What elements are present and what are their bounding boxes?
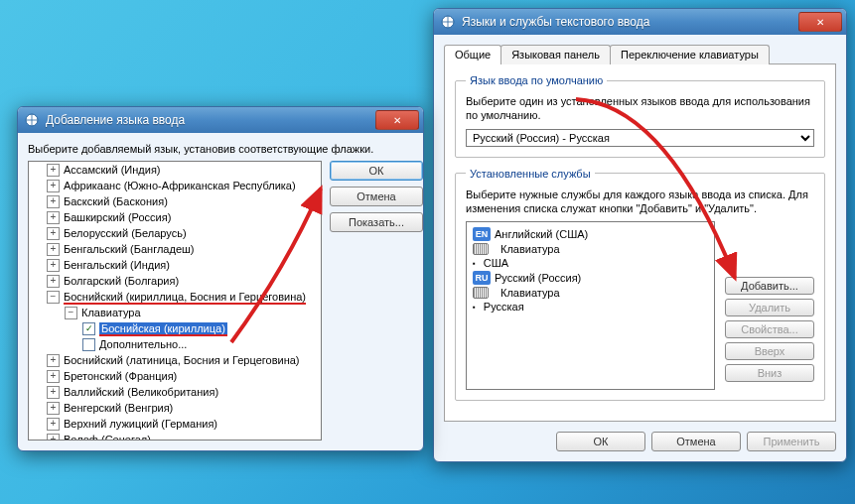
keyboard-globe-icon: [24, 112, 40, 128]
tab-panel-general: Язык ввода по умолчанию Выберите один из…: [444, 63, 836, 422]
expand-icon[interactable]: +: [47, 418, 60, 431]
layout-label: Русская: [484, 301, 524, 313]
tree-item[interactable]: +Башкирский (Россия): [29, 209, 322, 225]
close-button[interactable]: ✕: [798, 12, 842, 32]
language-tree[interactable]: +Ассамский (Индия)+Африкаанс (Южно-Африк…: [28, 161, 322, 441]
text-services-dialog: Языки и службы текстового ввода ✕ Общие …: [433, 8, 847, 462]
properties-button[interactable]: Свойства...: [725, 320, 814, 338]
keyboard-icon: [473, 243, 489, 255]
checkbox[interactable]: [82, 338, 95, 351]
category-label: Клавиатура: [500, 287, 560, 299]
tree-item[interactable]: ✓Боснийская (кириллица): [29, 320, 322, 336]
ok-button[interactable]: ОК: [330, 161, 423, 181]
tree-item[interactable]: +Бретонский (Франция): [29, 368, 322, 384]
expand-icon[interactable]: +: [47, 370, 60, 383]
expand-icon[interactable]: +: [47, 259, 60, 272]
dlg1-titlebar[interactable]: Добавление языка ввода ✕: [18, 107, 423, 133]
installed-services-tree[interactable]: ENАнглийский (США) Клавиатура США RUРусс…: [466, 221, 715, 390]
tree-item[interactable]: +Бенгальский (Индия): [29, 257, 322, 273]
tree-item[interactable]: Дополнительно...: [29, 336, 322, 352]
cancel-button[interactable]: Отмена: [330, 187, 423, 206]
group-legend: Язык ввода по умолчанию: [466, 74, 607, 86]
expand-icon[interactable]: +: [47, 243, 60, 256]
tree-item[interactable]: +Бенгальский (Бангладеш): [29, 241, 322, 257]
tree-item[interactable]: +Боснийский (латиница, Босния и Герцегов…: [29, 352, 322, 368]
category-label: Клавиатура: [500, 243, 560, 255]
expand-icon[interactable]: +: [47, 354, 60, 367]
checkbox[interactable]: ✓: [82, 322, 95, 335]
tree-item[interactable]: +Верхний лужицкий (Германия): [29, 416, 322, 432]
expand-icon[interactable]: +: [47, 164, 60, 177]
tabbar: Общие Языковая панель Переключение клави…: [444, 45, 836, 64]
layout-label: США: [484, 257, 508, 269]
expand-icon[interactable]: +: [47, 434, 60, 441]
collapse-icon[interactable]: −: [65, 307, 77, 319]
default-input-language-group: Язык ввода по умолчанию Выберите один из…: [455, 74, 825, 158]
group-description: Выберите нужные службы для каждого языка…: [466, 188, 814, 216]
dlg1-instruction: Выберите добавляемый язык, установив соо…: [28, 143, 413, 155]
add-button[interactable]: Добавить...: [725, 277, 814, 295]
tree-item[interactable]: +Волоф (Сенегал): [29, 432, 322, 441]
expand-icon[interactable]: +: [47, 386, 60, 399]
tab-keyboard-switch[interactable]: Переключение клавиатуры: [610, 45, 770, 64]
dlg2-titlebar[interactable]: Языки и службы текстового ввода ✕: [434, 9, 846, 35]
dlg1-side-buttons: ОК Отмена Показать...: [330, 161, 413, 441]
tree-item[interactable]: +Валлийский (Великобритания): [29, 384, 322, 400]
group-description: Выберите один из установленных языков вв…: [466, 94, 814, 123]
lang-badge-ru: RU: [473, 271, 491, 285]
expand-icon[interactable]: +: [47, 195, 60, 208]
add-input-language-dialog: Добавление языка ввода ✕ Выберите добавл…: [17, 106, 424, 451]
tree-item[interactable]: +Венгерский (Венгрия): [29, 400, 322, 416]
ok-button[interactable]: ОК: [556, 432, 645, 451]
collapse-icon[interactable]: −: [47, 291, 60, 304]
expand-icon[interactable]: +: [47, 402, 60, 415]
lang-label: Английский (США): [495, 228, 588, 240]
keyboard-icon: [473, 287, 489, 299]
tab-general[interactable]: Общие: [444, 45, 501, 64]
keyboard-globe-icon: [440, 14, 456, 30]
expand-icon[interactable]: +: [47, 275, 60, 288]
tree-item[interactable]: +Белорусский (Беларусь): [29, 225, 322, 241]
installed-services-group: Установленные службы Выберите нужные слу…: [455, 168, 825, 402]
dialog-bottom-buttons: ОК Отмена Применить: [444, 422, 836, 451]
cancel-button[interactable]: Отмена: [651, 432, 741, 451]
tree-item[interactable]: +Болгарский (Болгария): [29, 273, 322, 289]
group-legend: Установленные службы: [466, 168, 595, 180]
tree-item[interactable]: +Африкаанс (Южно-Африканская Республика): [29, 178, 322, 193]
close-button[interactable]: ✕: [375, 110, 419, 130]
tab-language-panel[interactable]: Языковая панель: [500, 45, 611, 64]
tree-item[interactable]: −Клавиатура: [29, 305, 322, 320]
tree-item[interactable]: +Баскский (Баскония): [29, 193, 322, 209]
dlg1-title: Добавление языка ввода: [46, 113, 373, 127]
show-button[interactable]: Показать...: [330, 212, 423, 232]
apply-button[interactable]: Применить: [747, 432, 836, 451]
expand-icon[interactable]: +: [47, 211, 60, 224]
tree-item[interactable]: +Ассамский (Индия): [29, 162, 322, 178]
down-button[interactable]: Вниз: [725, 364, 814, 382]
dlg2-title: Языки и службы текстового ввода: [462, 15, 796, 29]
lang-label: Русский (Россия): [495, 272, 581, 284]
up-button[interactable]: Вверх: [725, 342, 814, 360]
remove-button[interactable]: Удалить: [725, 299, 814, 316]
lang-badge-en: EN: [473, 227, 491, 241]
expand-icon[interactable]: +: [47, 180, 60, 192]
expand-icon[interactable]: +: [47, 227, 60, 240]
tree-item[interactable]: −Боснийский (кириллица, Босния и Герцего…: [29, 289, 322, 305]
default-language-combo[interactable]: Русский (Россия) - Русская: [466, 129, 814, 147]
services-buttons: Добавить... Удалить Свойства... Вверх Вн…: [725, 221, 814, 390]
